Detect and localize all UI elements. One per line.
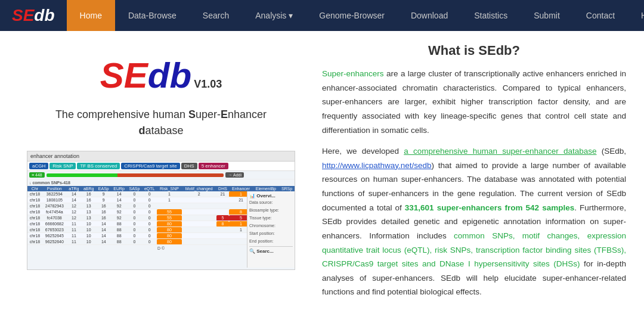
main-content: SEdbV1.03 The comprehensive human Super-… [0,31,644,318]
ss-header: enhancer annotation [27,151,295,162]
sedb-url[interactable]: http://www.licpathway.net/sedb [322,161,432,170]
nav-submit[interactable]: Submit [521,0,573,31]
nav-statistics[interactable]: Statistics [461,0,521,31]
paragraph-1: Super-enhancers are a large cluster of t… [322,67,626,137]
page-title: What is SEdb? [322,43,626,58]
screenshot-image: enhancer annotation aCGH Risk SNP TF BS … [27,151,295,270]
brand-db: db [148,55,191,96]
tagline: The comprehensive human Super-Enhancerda… [55,107,267,139]
left-panel: SEdbV1.03 The comprehensive human Super-… [18,43,304,306]
logo: SEdb [0,6,67,25]
p1-text: are a large cluster of transcriptionally… [322,69,626,135]
ss-tab-acgh: aCGH [29,163,48,169]
nav-download[interactable]: Download [398,0,461,31]
feature-list: common SNPs, motif changes, expression q… [322,231,626,268]
ss-tab-dhs: DHS [181,163,197,169]
ss-tab-tf: TF BS conserved [77,163,120,169]
ss-overview-panel: 📊 Overvi... Data source: Biosample type:… [247,191,295,268]
logo-se: SE [12,6,34,25]
nav-home[interactable]: Home [67,0,115,31]
nav-menu: Home Data-Browse Search Analysis ▾ Genom… [67,0,644,31]
nav-genome-browser[interactable]: Genome-Browser [306,0,398,31]
logo-db: db [34,6,54,25]
ss-tabs: aCGH Risk SNP TF BS conserved CRISPR/Cas… [27,162,295,171]
nav-contact[interactable]: Contact [573,0,628,31]
ss-ov-title: 📊 Overvi... [249,193,293,198]
ss-tab-risk: Risk SNP [49,163,76,169]
nav-data-browse[interactable]: Data-Browse [115,0,190,31]
brand-logo: SEdbV1.03 [100,55,222,96]
ss-content: enhancer annotation aCGH Risk SNP TF BS … [27,151,295,269]
nav-help[interactable]: Help [628,0,644,31]
superenhancers-term: Super-enhancers [322,69,384,78]
se-count: 331,601 super-enhancers from 542 samples [405,203,574,212]
right-panel: What is SEdb? Super-enhancers are a larg… [322,43,626,306]
sedb-link-text[interactable]: a comprehensive human super-enhancer dat… [404,147,596,156]
nav-search[interactable]: Search [190,0,242,31]
brand-se: SE [100,55,148,96]
navigation: SEdb Home Data-Browse Search Analysis ▾ … [0,0,644,31]
paragraph-2: Here, we developed a comprehensive human… [322,144,626,299]
brand-version: V1.03 [194,78,222,91]
nav-analysis[interactable]: Analysis ▾ [242,0,306,31]
ss-tab-crispr: CRISPR/Cas9 target site [121,163,179,169]
ss-tab-se: 5 enhancer [199,163,228,169]
